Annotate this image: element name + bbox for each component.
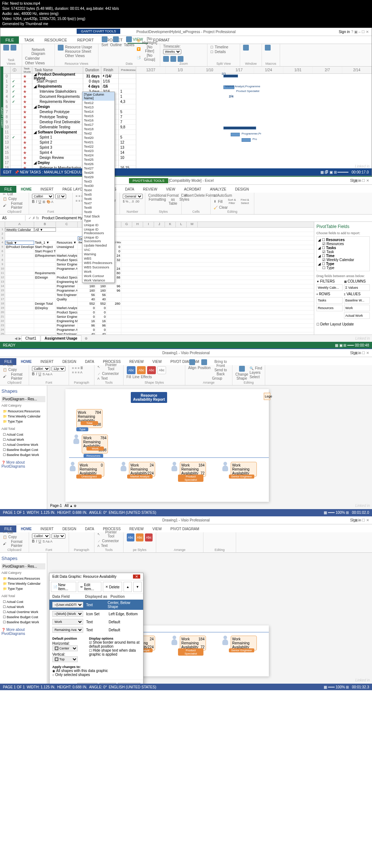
team-planner-icon[interactable] — [58, 45, 64, 51]
worksheet[interactable]: ABCDEFGHIJKLM 1Weekly CalendarAll ▼23Dat… — [0, 222, 314, 335]
timescale-select[interactable]: Weeks — [163, 49, 181, 54]
window-controls[interactable]: ? ▣ – ☐ ✕ — [351, 30, 369, 34]
new-window-icon[interactable] — [243, 45, 249, 51]
predecessor-col: Predecessor 114,35779,851213141016,15161… — [119, 67, 136, 168]
gantt-grid: GANTT CHART 0123456789101112131415161718… — [0, 67, 372, 168]
name-box[interactable]: A5 — [0, 215, 25, 221]
formula-bar: A5 ✓ ✗ fx Product Development Hybrid — [0, 215, 372, 222]
tab-task[interactable]: TASK — [19, 36, 39, 44]
excel-ribbon: ✂ Cut 📋 Copy 🖌 Format Painter Clipboard … — [0, 193, 372, 215]
sort-icon[interactable] — [102, 36, 108, 42]
gantt-tools-tab[interactable]: GANTT CHART TOOLS — [77, 29, 120, 34]
macros-icon[interactable] — [265, 45, 271, 51]
tables-icon[interactable] — [126, 36, 132, 42]
excel-window: adr91 [Compatibility Mode] - Excel PIVOT… — [0, 176, 372, 348]
row-numbers: 01234567891011121314151617181920 — [3, 67, 11, 168]
cancel-button[interactable]: Cancel — [118, 683, 140, 684]
new-item-button[interactable]: 📄 New Item... — [51, 582, 76, 592]
close-button[interactable]: ✕ — [133, 575, 140, 579]
task-mode-col: Task Mode ★★★★★★★★★★★★★★★★★★★★★ — [21, 67, 32, 168]
sign-in-link[interactable]: Sign in — [339, 30, 350, 34]
thumbnail-overlay: File: Need to know.mp4 Size: 5742202 byt… — [0, 0, 372, 28]
tab-report[interactable]: REPORT — [72, 36, 99, 44]
task-usage-icon[interactable] — [11, 45, 16, 51]
project-window: GANTT CHART TOOLS ProductDevelopmentHybr… — [0, 28, 372, 176]
summary-bar — [223, 127, 256, 129]
edit-item-button[interactable]: ✏ Edit Item... — [78, 582, 101, 592]
outline-icon[interactable] — [113, 36, 119, 42]
visio-titlebar: Drawing1 - Visio Professional Sign in ? … — [0, 349, 372, 357]
visio-window-2: Drawing1 - Visio ProfessionalSign in? ▣ … — [0, 516, 372, 690]
pivottable-fields-pane[interactable]: PivotTable Fields Choose fields to add t… — [314, 222, 372, 335]
visio-canvas[interactable]: Edit Data Graphic: Resource Availability… — [47, 553, 372, 684]
excel-titlebar: adr91 [Compatibility Mode] - Excel PIVOT… — [0, 177, 372, 185]
visio-status-bar: PAGE 1 OF 1 WIDTH: 1.125 IN. HEIGHT: 0.6… — [0, 509, 372, 516]
new-sheet-button[interactable]: ⊕ — [82, 336, 90, 340]
excel-status-bar: READY ▦ ▣ ⊞ ━━━ 00:00:48 — [0, 342, 372, 348]
file-tab[interactable]: FILE — [0, 36, 19, 44]
selected-tasks-icon[interactable] — [178, 56, 183, 62]
gantt-chart-icon[interactable] — [3, 45, 9, 51]
drawing-page[interactable]: Resource Availability Report Lege Work 7… — [65, 389, 269, 502]
tab-resource[interactable]: RESOURCE — [39, 36, 72, 44]
window-controls[interactable]: ? ▣ – ☐ ✕ — [352, 179, 369, 183]
shapes-panel[interactable]: Shapes PivotDiagram - Res... Add Categor… — [0, 553, 47, 684]
task-bar — [231, 133, 240, 136]
ok-button[interactable]: OK — [100, 683, 116, 684]
project-titlebar: GANTT CHART TOOLS ProductDevelopmentHybr… — [0, 28, 372, 36]
window-title: ProductDevelopmentHybrid_wProgress - Pro… — [137, 30, 236, 34]
entire-project-icon[interactable] — [170, 56, 176, 62]
zoom-icon[interactable] — [163, 56, 169, 62]
sheet-tab-chart1[interactable]: Chart1 — [21, 335, 40, 341]
gantt-timeline[interactable]: 12/271/31/101/171/241/312/72/14 2/1 Mark… — [136, 67, 372, 168]
task-name-col: Task Name ◢ Product Development HybridSt… — [32, 67, 83, 168]
column-type-dropdown[interactable]: [Type Column Name] Text12Text13Text14Tex… — [82, 92, 115, 283]
shapes-panel[interactable]: Shapes PivotDiagram - Res... Add Categor… — [0, 385, 47, 509]
excel-ribbon-tabs: FILE HOME INSERT PAGE LAYOUT FORMULAS DA… — [0, 185, 372, 193]
indicator-col: ⓘ ✓✓✓✓✓✓ — [11, 67, 21, 168]
formula-input[interactable]: Product Development Hybrid — [42, 216, 88, 220]
ribbon: Task Views Network Diagram Calendar Othe… — [0, 44, 372, 67]
edit-data-graphic-dialog: Edit Data Graphic: Resource Availability… — [49, 573, 143, 684]
sheet-tabs: ◀ ▶ Chart1 Assignment Usage ⊕ — [0, 335, 372, 342]
pivottable-tools[interactable]: PIVOTTABLE TOOLS — [129, 178, 168, 183]
visio-canvas[interactable]: Resource Availability Report Lege Work 7… — [47, 385, 372, 509]
visio-window-1: Drawing1 - Visio Professional Sign in ? … — [0, 348, 372, 516]
task-bar — [242, 138, 251, 142]
project-status-bar: EDIT 📌 NEW TASKS : MANUALLY SCHEDULED ▦ … — [0, 168, 372, 176]
ribbon-tabs: FILE TASK RESOURCE REPORT PROJECT VIEW F… — [0, 36, 372, 44]
sheet-tab-assignment[interactable]: Assignment Usage — [41, 335, 81, 341]
gantt-chart-label: GANTT CHART — [0, 67, 3, 168]
apply-button[interactable]: Apply — [77, 683, 97, 684]
delete-button[interactable]: ✕ Delete — [103, 582, 122, 592]
